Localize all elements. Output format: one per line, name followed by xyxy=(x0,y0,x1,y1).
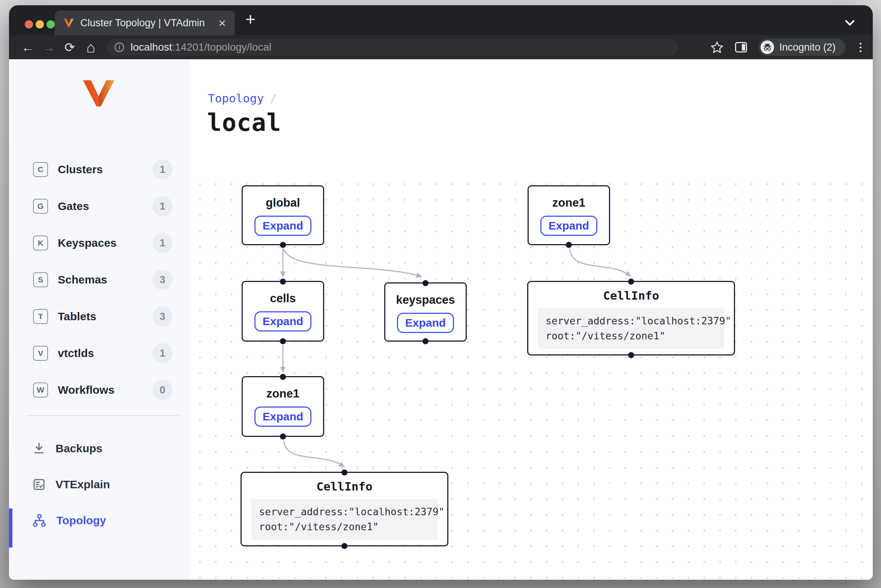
vtctlds-letter-icon: V xyxy=(33,346,48,361)
window-controls xyxy=(25,20,55,28)
graph-edge-global-to-keyspaces xyxy=(284,249,418,276)
node-title: global xyxy=(243,196,323,210)
incognito-badge[interactable]: Incognito (2) xyxy=(758,39,845,56)
count-badge: 0 xyxy=(152,380,173,400)
node-port-bottom xyxy=(280,338,286,344)
incognito-icon xyxy=(763,44,772,51)
browser-toolbar: ← → ⟳ ⌂ localhost:14201/topology/local xyxy=(9,35,873,59)
sidebar-item-label: Keyspaces xyxy=(58,237,117,249)
sidebar-item-tablets[interactable]: TTablets3 xyxy=(9,305,188,328)
node-port-top xyxy=(422,280,428,286)
vitess-favicon-icon xyxy=(64,18,74,27)
sidebar-item-label: Schemas xyxy=(58,273,107,286)
sidebar-item-backups[interactable]: Backups xyxy=(9,437,188,460)
sidebar-tools: Backups VTExplain Topology xyxy=(9,437,188,532)
home-button[interactable]: ⌂ xyxy=(80,39,101,56)
cellinfo-code: server_address:"localhost:2379" root:"/v… xyxy=(251,499,437,540)
count-badge: 3 xyxy=(152,306,173,327)
node-title: zone1 xyxy=(243,387,323,400)
sidebar-item-label: VTExplain xyxy=(56,478,110,491)
sidebar-item-label: Tablets xyxy=(58,310,96,323)
sidebar-item-clusters[interactable]: CClusters1 xyxy=(9,158,188,181)
sidebar-divider xyxy=(27,415,179,416)
count-badge: 3 xyxy=(152,270,173,290)
node-title: CellInfo xyxy=(242,480,447,493)
minimize-window-button[interactable] xyxy=(36,20,44,28)
active-item-indicator xyxy=(9,508,12,548)
cellinfo-code: server_address:"localhost:2379" root:"/v… xyxy=(538,308,724,349)
tab-title: Cluster Topology | VTAdmin xyxy=(80,17,212,29)
graph-node-cellinfo-right[interactable]: CellInfoserver_address:"localhost:2379" … xyxy=(527,281,735,356)
graph-node-keyspaces[interactable]: keyspacesExpand xyxy=(384,282,467,342)
app-content: CClusters1GGates1KKeyspaces1SSchemas3TTa… xyxy=(9,59,873,580)
sidebar-item-schemas[interactable]: SSchemas3 xyxy=(9,268,188,291)
count-badge: 1 xyxy=(152,343,173,363)
browser-menu-icon[interactable] xyxy=(857,41,864,54)
topology-icon xyxy=(32,514,47,527)
count-badge: 1 xyxy=(152,159,173,180)
zoom-window-button[interactable] xyxy=(47,20,55,28)
sidebar-item-label: Backups xyxy=(56,442,102,455)
address-bar[interactable]: localhost:14201/topology/local xyxy=(107,39,678,56)
gates-letter-icon: G xyxy=(33,199,48,214)
browser-tab[interactable]: Cluster Topology | VTAdmin × xyxy=(55,10,235,35)
sidebar-item-vtexplain[interactable]: VTExplain xyxy=(9,473,188,496)
toolbar-actions: Incognito (2) xyxy=(710,39,864,56)
url-host: localhost xyxy=(131,41,172,53)
bookmark-star-icon[interactable] xyxy=(710,41,724,54)
sidebar: CClusters1GGates1KKeyspaces1SSchemas3TTa… xyxy=(9,59,188,580)
sidebar-item-gates[interactable]: GGates1 xyxy=(9,195,188,218)
graph-node-cellinfo-left[interactable]: CellInfoserver_address:"localhost:2379" … xyxy=(241,472,448,546)
tablets-letter-icon: T xyxy=(33,309,48,324)
page-info-icon[interactable] xyxy=(114,42,125,52)
main-panel: Topology/ local globalExpandzone1Expandc… xyxy=(188,59,873,580)
new-tab-button[interactable]: + xyxy=(245,9,256,29)
tab-search-chevron-icon[interactable] xyxy=(844,20,855,27)
browser-window: Cluster Topology | VTAdmin × + ← → ⟳ ⌂ l… xyxy=(9,5,873,580)
reload-button[interactable]: ⟳ xyxy=(59,40,80,55)
count-badge: 1 xyxy=(152,196,173,216)
sidebar-item-keyspaces[interactable]: KKeyspaces1 xyxy=(9,231,188,255)
vtexplain-icon xyxy=(32,478,46,491)
graph-node-zone1-top[interactable]: zone1Expand xyxy=(528,185,610,245)
node-title: keyspaces xyxy=(385,293,466,307)
sidebar-item-workflows[interactable]: WWorkflows0 xyxy=(9,378,188,402)
expand-button[interactable]: Expand xyxy=(397,313,454,333)
expand-button[interactable]: Expand xyxy=(254,311,311,332)
sidebar-item-label: vtctlds xyxy=(58,347,94,360)
tab-strip: Cluster Topology | VTAdmin × + xyxy=(9,5,873,35)
expand-button[interactable]: Expand xyxy=(540,216,597,236)
sidebar-item-label: Workflows xyxy=(58,384,114,396)
forward-button[interactable]: → xyxy=(38,40,59,55)
expand-button[interactable]: Expand xyxy=(254,216,311,236)
sidebar-item-label: Clusters xyxy=(58,163,103,176)
incognito-avatar xyxy=(761,40,774,54)
expand-button[interactable]: Expand xyxy=(254,406,311,427)
tab-close-icon[interactable]: × xyxy=(218,16,226,29)
node-port-bottom xyxy=(280,242,286,248)
graph-node-cells[interactable]: cellsExpand xyxy=(242,281,324,342)
node-port-top xyxy=(628,279,634,285)
graph-edge-zone1-lower-to-cellinfo-left xyxy=(284,440,341,465)
close-window-button[interactable] xyxy=(25,20,33,28)
graph-node-zone1-lower[interactable]: zone1Expand xyxy=(242,376,324,437)
keyspaces-letter-icon: K xyxy=(33,236,48,250)
back-button[interactable]: ← xyxy=(17,40,38,55)
vitess-logo-icon xyxy=(83,80,115,106)
node-port-top xyxy=(280,374,286,380)
topology-graph[interactable]: globalExpandzone1ExpandcellsExpandkeyspa… xyxy=(188,59,873,580)
workflows-letter-icon: W xyxy=(33,382,48,398)
sidebar-item-topology[interactable]: Topology xyxy=(9,509,188,532)
sidebar-item-vtctlds[interactable]: Vvtctlds1 xyxy=(9,342,188,365)
sidebar-item-label: Gates xyxy=(58,200,89,213)
node-port-top xyxy=(341,470,347,476)
side-panel-icon[interactable] xyxy=(735,42,747,52)
node-port-bottom xyxy=(628,352,634,358)
schemas-letter-icon: S xyxy=(33,272,48,287)
graph-node-global[interactable]: globalExpand xyxy=(242,185,324,245)
node-port-top xyxy=(280,279,286,285)
node-port-bottom xyxy=(566,242,572,248)
sidebar-item-label: Topology xyxy=(56,514,106,527)
graph-edge-zone1-top-to-cellinfo-right xyxy=(570,249,628,274)
incognito-label: Incognito (2) xyxy=(779,42,836,53)
